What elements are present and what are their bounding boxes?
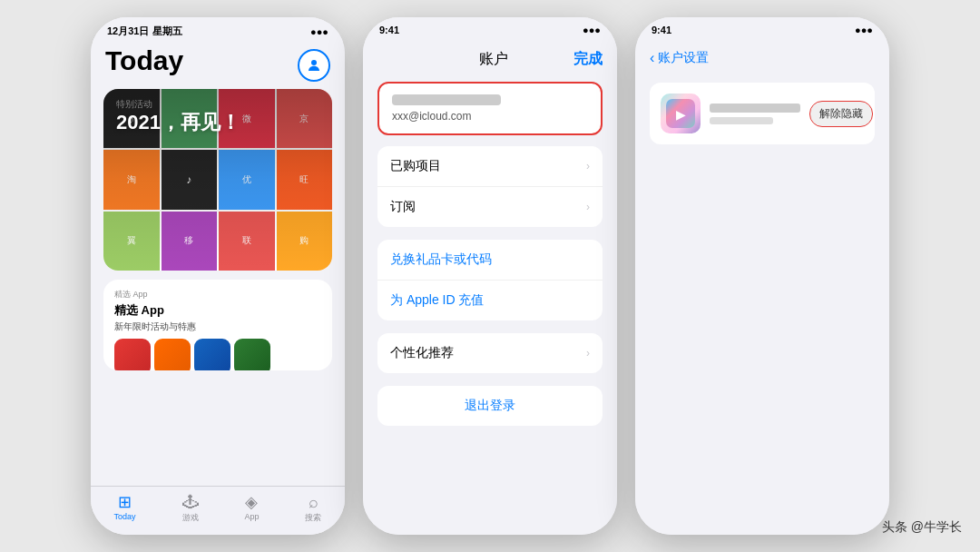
menu-section-pref: 个性化推荐 ›: [377, 333, 603, 373]
small-card-sub: 新年限时活动与特惠: [114, 320, 321, 333]
menu-item-purchased-label: 已购项目: [390, 158, 441, 174]
tab-games-label: 游戏: [182, 512, 199, 524]
s3-time: 9:41: [652, 25, 671, 35]
tab-search[interactable]: ⌕ 搜索: [305, 494, 321, 524]
account-email: xxx@icloud.com: [392, 110, 588, 123]
back-arrow-icon: ‹: [650, 50, 654, 66]
status-bar-3: 9:41 ●●●: [635, 17, 889, 39]
menu-section-links: 兑换礼品卡或代码 为 Apple ID 充值: [377, 240, 603, 320]
account-nav: 账户 完成: [363, 39, 617, 78]
tab-search-icon: ⌕: [309, 494, 318, 510]
app-entry-icon: ▶: [661, 94, 701, 133]
app-name-blurred: [710, 104, 800, 113]
menu-item-subscription-label: 订阅: [390, 199, 416, 215]
logout-button[interactable]: 退出登录: [377, 386, 603, 426]
today-header: Today: [91, 42, 345, 89]
tab-today-label: Today: [113, 512, 135, 521]
s2-time: 9:41: [379, 25, 399, 35]
small-card[interactable]: 精选 App 精选 App 新年限时活动与特惠: [103, 280, 332, 370]
feature-card[interactable]: ♪ 豆 微 京 淘 ♪ 优 旺 翼 移 联 购 特别活动 2021，再见！: [103, 89, 332, 271]
tab-search-label: 搜索: [305, 512, 321, 524]
tab-games-icon: 🕹: [182, 494, 199, 510]
account-info-card[interactable]: xxx@icloud.com: [377, 82, 603, 135]
unhide-button[interactable]: 解除隐藏: [809, 101, 873, 127]
logout-section: 退出登录: [377, 386, 603, 426]
menu-item-purchased[interactable]: 已购项目 ›: [377, 146, 603, 187]
done-button[interactable]: 完成: [573, 50, 603, 69]
tab-apps-label: App: [244, 512, 259, 521]
link-redeem[interactable]: 兑换礼品卡或代码: [377, 240, 603, 281]
s3-icons: ●●●: [855, 25, 873, 35]
screen1-appstore: 12月31日 星期五 ●●● Today ♪ 豆 微 京 淘 ♪: [91, 17, 345, 535]
tab-apps[interactable]: ◈ App: [244, 494, 259, 524]
status-icons: ●●●: [310, 26, 328, 37]
tab-today-icon: ⊞: [118, 494, 132, 510]
svg-point-0: [311, 60, 317, 65]
tab-games[interactable]: 🕹 游戏: [182, 494, 199, 524]
today-title-group: Today: [105, 45, 183, 75]
menu-item-pref-chevron: ›: [586, 347, 590, 360]
screen3-settings: 9:41 ●●● ‹ 账户设置: [635, 17, 889, 535]
today-title: Today: [105, 45, 183, 75]
account-button[interactable]: [298, 49, 330, 82]
small-card-title: 精选 App: [114, 302, 321, 319]
screen2-account: 9:41 ●●● 账户 完成 xxx@icloud.com 已购项目 › 订阅 …: [363, 17, 617, 535]
link-topup[interactable]: 为 Apple ID 充值: [377, 281, 603, 320]
menu-section-main: 已购项目 › 订阅 ›: [377, 146, 603, 227]
feature-title: 2021，再见！: [116, 109, 240, 136]
small-card-apps: [114, 339, 321, 370]
menu-item-subscription[interactable]: 订阅 ›: [377, 187, 603, 227]
status-bar-2: 9:41 ●●●: [363, 17, 617, 39]
small-card-label: 精选 App: [114, 289, 321, 301]
tab-apps-icon: ◈: [245, 494, 258, 510]
tab-today[interactable]: ⊞ Today: [113, 494, 135, 524]
app-sub-blurred: [710, 117, 773, 124]
app-entry: ▶ 解除隐藏: [650, 83, 875, 144]
watermark: 头条 @牛学长: [882, 519, 962, 536]
account-nav-title: 账户: [479, 50, 508, 69]
svg-text:▶: ▶: [676, 107, 686, 122]
menu-item-subscription-chevron: ›: [586, 201, 590, 213]
tab-bar: ⊞ Today 🕹 游戏 ◈ App ⌕ 搜索: [91, 486, 345, 535]
menu-item-purchased-chevron: ›: [586, 160, 590, 172]
s2-icons: ●●●: [583, 25, 601, 35]
app-entry-info: [710, 104, 800, 124]
menu-item-pref[interactable]: 个性化推荐 ›: [377, 333, 603, 373]
back-nav: ‹ 账户设置: [635, 39, 889, 75]
account-name-blurred: [392, 94, 501, 105]
menu-item-pref-label: 个性化推荐: [390, 345, 454, 361]
back-label[interactable]: 账户设置: [658, 50, 709, 66]
status-date: 12月31日 星期五: [107, 25, 182, 38]
status-bar-1: 12月31日 星期五 ●●●: [91, 17, 345, 42]
